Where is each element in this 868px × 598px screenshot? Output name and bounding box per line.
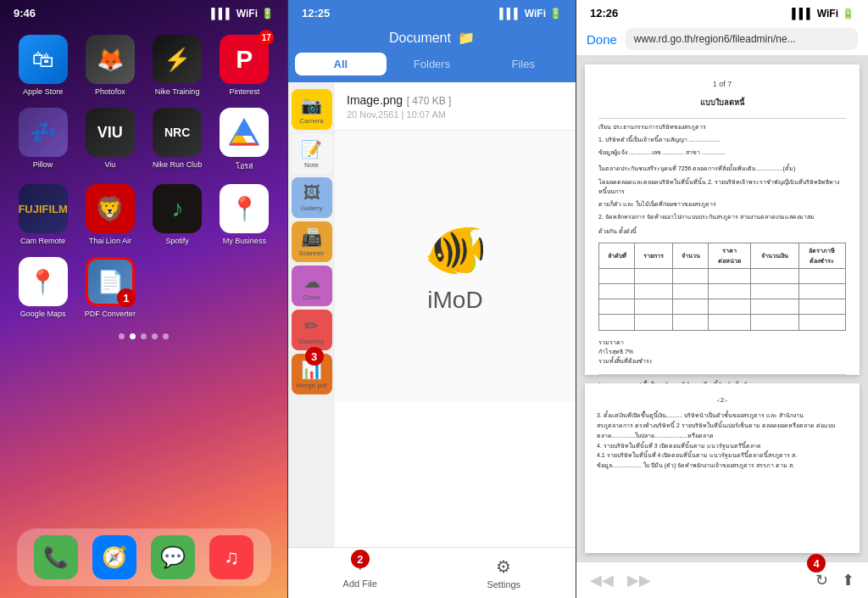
app-pinterest[interactable]: P 17 Pinterest <box>217 35 272 96</box>
browser-bar: Done www.rd.go.th/region6/fileadmin/ne..… <box>576 23 868 56</box>
app-photofox-label: Photofox <box>95 87 125 96</box>
imod-text: iMoD <box>427 287 482 314</box>
app-pdf-converter-label: PDF Converter <box>85 310 136 318</box>
document-folder-icon[interactable]: 📁 <box>458 30 475 46</box>
play-button[interactable]: ▶▶ <box>627 571 651 590</box>
dock-phone[interactable]: 📞 <box>34 535 78 579</box>
app-my-business[interactable]: 📍 My Business <box>217 184 272 245</box>
app-pillow-label: Pillow <box>33 160 53 169</box>
app-apple-store[interactable]: 🛍 Apple Store <box>15 35 70 96</box>
app-pillow[interactable]: 💤 Pillow <box>15 108 70 172</box>
app-google-maps[interactable]: 📍 Google Maps <box>15 257 70 318</box>
tab-folders[interactable]: Folders <box>387 53 478 75</box>
col-tax: อัตราภาษีต้องชำระ <box>798 243 845 268</box>
dot-1 <box>119 333 125 339</box>
pdf-body-7: ด้วยกัน ตั้งดังนี้ <box>598 226 846 236</box>
page2-body-5: 4.1 รายบริษัทในที่นั้นที่ 4 เปิดตอนที่นั… <box>597 450 848 461</box>
pinterest-badge: 17 <box>259 30 274 45</box>
col-price: ราคาต่อหน่วย <box>709 243 750 268</box>
app-photofox[interactable]: 🦊 Photofox <box>82 35 137 96</box>
page2-divider: -:2:- <box>597 395 848 405</box>
pdf-body-6: 2. จัดหลักทรอการ จัดท้ายเอาไปกาแบบประกัน… <box>598 212 846 221</box>
dock-music[interactable]: ♫ <box>209 535 253 579</box>
pdf-body-1: 1. บริษัทตัวนี้เป็นเจ้าหนี้ตามสัญญา ....… <box>598 135 846 144</box>
sidebar-note[interactable]: 📝 Note <box>292 133 332 174</box>
dock-safari[interactable]: 🧭 <box>92 535 136 579</box>
pdf-content: 1 of 7 แบบใบลดหนี้ เรียน ประธานกรรมการบร… <box>576 56 868 562</box>
sidebar-camera-label: Camera <box>299 117 323 125</box>
col-item: รายการ <box>635 243 673 268</box>
step3-badge: 3 <box>305 347 324 366</box>
gallery-icon: 🖼 <box>303 183 320 203</box>
app-pinterest-icon: P 17 <box>220 35 269 84</box>
sidebar-gallery[interactable]: 🖼 Gallery <box>292 177 332 218</box>
app-spotify[interactable]: ♪ Spotify <box>150 184 205 245</box>
app-thai-lion-icon: 🦁 <box>86 184 135 233</box>
cloud-icon: ☁ <box>303 271 320 292</box>
sidebar-merge[interactable]: 📊 Merge pdf 3 <box>292 354 332 394</box>
sidebar: 📷 Camera 📝 Note 🖼 Gallery 📠 Scanner ☁ Cl… <box>288 82 335 547</box>
file-date: 20 Nov,2561 | 10:07 AM <box>347 109 564 120</box>
sidebar-cloud-label: Cloud <box>303 293 320 301</box>
col-num: ลำดับที่ <box>599 243 635 268</box>
app-google-drive-icon <box>220 108 269 157</box>
app-grid: 🛍 Apple Store 🦊 Photofox ⚡ Nike Training… <box>0 26 287 327</box>
dot-5 <box>163 333 169 339</box>
tab-all[interactable]: All <box>295 53 387 75</box>
camera-icon: 📷 <box>301 95 322 115</box>
sidebar-note-label: Note <box>304 161 319 169</box>
page2-body-6: ข้อมูล.................. ใบ ปีมีน (ตัว) … <box>597 461 848 471</box>
page2-body-4: 4. รายบริษัทในที่นั้นที่ 3 เปิดตอนที่นั้… <box>597 441 848 451</box>
app-google-maps-label: Google Maps <box>20 310 66 318</box>
app-thai-lion-label: Thai Lion Air <box>89 237 131 245</box>
app-google-drive[interactable]: โอรส <box>217 108 272 172</box>
back-button[interactable]: ◀◀ <box>590 571 614 590</box>
status-bar-1: 9:46 ▌▌▌ WiFi 🔋 <box>0 0 287 23</box>
table-row-3 <box>599 299 846 315</box>
page2-body-2: สรภูตลาดการ ตรงห้างบริษัทนี้ 2 รายบริษัท… <box>597 421 848 431</box>
sidebar-cloud[interactable]: ☁ Cloud <box>292 265 332 306</box>
app-viu-icon: VIU <box>86 108 135 157</box>
settings-button[interactable]: ⚙ Settings <box>432 556 576 590</box>
url-bar[interactable]: www.rd.go.th/region6/fileadmin/ne... <box>626 28 858 50</box>
app-nike-run[interactable]: NRC Nike Run Club <box>150 108 205 172</box>
reload-button[interactable]: ↻ <box>815 571 828 590</box>
pdf-body-5: ตามก็ตัว และ ใบไม้เบ็ดที่ก่อยชาวของสรภูต… <box>598 199 846 209</box>
app-apple-store-icon: 🛍 <box>19 35 68 84</box>
status-icons-1: ▌▌▌ WiFi 🔋 <box>211 8 274 20</box>
app-viu[interactable]: VIU Viu <box>82 108 137 172</box>
document-tabs: All Folders Files <box>288 53 576 82</box>
file-item-1[interactable]: Image.png [ 470 KB ] 20 Nov,2561 | 10:07… <box>335 82 576 131</box>
sidebar-camera[interactable]: 📷 Camera <box>292 89 332 130</box>
app-thai-lion[interactable]: 🦁 Thai Lion Air <box>82 184 137 245</box>
dock-music-icon: ♫ <box>209 535 253 579</box>
app-my-business-icon: 📍 <box>220 184 269 233</box>
dock-messages[interactable]: 💬 <box>151 535 195 579</box>
done-button[interactable]: Done <box>587 32 617 47</box>
bottom-bar: 2 + Add File ⚙ Settings <box>288 547 576 598</box>
page2-body-3: ตลาด..............ใบปลาย................… <box>597 431 848 441</box>
app-nike-training[interactable]: ⚡ Nike Training <box>150 35 205 96</box>
page-number: 1 of 7 <box>598 78 846 90</box>
sidebar-gallery-label: Gallery <box>301 204 322 212</box>
app-google-drive-label: โอรส <box>236 160 253 172</box>
battery-icon-2: 🔋 <box>549 8 562 20</box>
sidebar-drawing[interactable]: ✏ Drawing <box>292 310 332 350</box>
wifi-icon-1: WiFi <box>236 8 258 20</box>
app-my-business-label: My Business <box>223 237 266 245</box>
app-pillow-icon: 💤 <box>19 108 68 157</box>
screen2-document: 12:25 ▌▌▌ WiFi 🔋 Document 📁 All Folders … <box>288 0 576 598</box>
add-file-button[interactable]: 2 + Add File <box>288 556 432 590</box>
pdf-table: ลำดับที่ รายการ จำนวน ราคาต่อหน่วย จำนวน… <box>598 243 846 330</box>
app-pdf-converter[interactable]: 📄 1 PDF Converter <box>82 257 137 318</box>
share-button[interactable]: ⬆ <box>842 571 854 590</box>
app-nike-training-icon: ⚡ <box>153 35 202 84</box>
screen1-home: 9:46 ▌▌▌ WiFi 🔋 🛍 Apple Store 🦊 Photofox… <box>0 0 288 598</box>
pdf-body-3: ในตลาดประกันชนสรีระบุคนที่ 7256 ตลอดการท… <box>598 164 846 173</box>
app-google-maps-icon: 📍 <box>19 257 68 306</box>
dock: 📞 🧭 💬 ♫ <box>17 528 271 586</box>
imod-logo: 🐠 iMoD <box>424 220 487 314</box>
app-fujifilm[interactable]: FUJIFILM Cam Remote <box>15 184 70 245</box>
sidebar-scanner[interactable]: 📠 Scanner <box>292 221 332 262</box>
tab-files[interactable]: Files <box>477 53 569 75</box>
